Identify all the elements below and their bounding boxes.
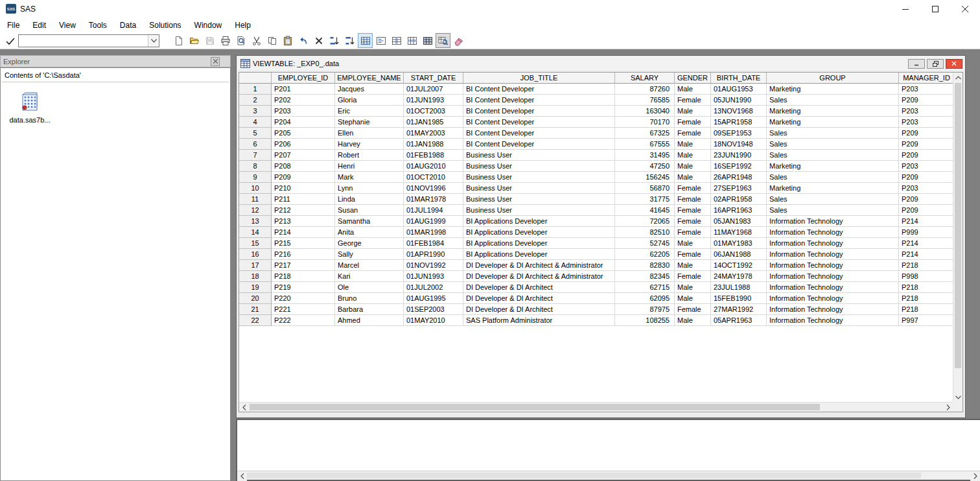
cell-gender[interactable]: Female [675, 117, 711, 128]
cell-group[interactable]: Information Technology [767, 271, 899, 282]
viewtable-close-button[interactable] [946, 59, 962, 69]
cell-group[interactable]: Sales [767, 139, 899, 150]
open-icon[interactable] [187, 33, 202, 48]
save-icon[interactable] [202, 33, 217, 48]
cell-manager_id[interactable]: P203 [899, 183, 953, 194]
cell-salary[interactable]: 82830 [615, 260, 675, 271]
column-attributes-icon[interactable] [389, 33, 404, 48]
cell-manager_id[interactable]: P998 [899, 271, 953, 282]
column-header-gender[interactable]: GENDER [675, 73, 711, 84]
cell-birth_date[interactable]: 14OCT1992 [711, 260, 767, 271]
cell-group[interactable]: Marketing [767, 183, 899, 194]
cell-start_date[interactable]: 01OCT2010 [404, 172, 463, 183]
cell-manager_id[interactable]: P209 [899, 150, 953, 161]
cell-start_date[interactable]: 01OCT2003 [404, 106, 463, 117]
bottom-scroll-thumb[interactable] [247, 473, 921, 478]
cell-gender[interactable]: Male [675, 282, 711, 293]
insert-row-icon[interactable] [404, 33, 419, 48]
cell-manager_id[interactable]: P209 [899, 95, 953, 106]
row-number[interactable]: 19 [239, 282, 272, 293]
row-number[interactable]: 8 [239, 161, 272, 172]
menu-item-file[interactable]: File [1, 19, 26, 32]
row-number[interactable]: 20 [239, 293, 272, 304]
cell-job_title[interactable]: DI Developer & DI Architect & Administra… [463, 271, 615, 282]
cell-birth_date[interactable]: 18NOV1948 [711, 139, 767, 150]
cell-employee_name[interactable]: Bruno [335, 293, 404, 304]
cell-employee_name[interactable]: Mark [335, 172, 404, 183]
cell-gender[interactable]: Male [675, 150, 711, 161]
cell-job_title[interactable]: BI Content Developer [463, 128, 615, 139]
scroll-left-icon[interactable] [239, 403, 249, 412]
cell-group[interactable]: Sales [767, 95, 899, 106]
column-header-start_date[interactable]: START_DATE [404, 73, 463, 84]
cell-job_title[interactable]: BI Applications Developer [463, 249, 615, 260]
cell-employee_id[interactable]: P215 [272, 238, 335, 249]
cell-manager_id[interactable]: P203 [899, 84, 953, 95]
cell-gender[interactable]: Female [675, 95, 711, 106]
cell-group[interactable]: Information Technology [767, 260, 899, 271]
cell-employee_name[interactable]: Jacques [335, 84, 404, 95]
cell-start_date[interactable]: 01FEB1988 [404, 150, 463, 161]
row-number[interactable]: 15 [239, 238, 272, 249]
cell-job_title[interactable]: Business User [463, 194, 615, 205]
cell-manager_id[interactable]: P218 [899, 293, 953, 304]
menu-item-window[interactable]: Window [188, 19, 229, 32]
cell-group[interactable]: Sales [767, 205, 899, 216]
cell-group[interactable]: Marketing [767, 84, 899, 95]
cut-icon[interactable] [249, 33, 264, 48]
cell-salary[interactable]: 62715 [615, 282, 675, 293]
copy-icon[interactable] [264, 33, 279, 48]
cell-employee_id[interactable]: P205 [272, 128, 335, 139]
cell-salary[interactable]: 56870 [615, 183, 675, 194]
cell-gender[interactable]: Male [675, 315, 711, 326]
viewtable-titlebar[interactable]: VIEWTABLE: _EXP0_.data [237, 56, 964, 71]
cell-birth_date[interactable]: 05JAN1983 [711, 216, 767, 227]
cell-gender[interactable]: Female [675, 249, 711, 260]
cell-employee_name[interactable]: George [335, 238, 404, 249]
scroll-up-icon[interactable] [953, 73, 963, 82]
cell-employee_name[interactable]: Samantha [335, 216, 404, 227]
cell-salary[interactable]: 62095 [615, 293, 675, 304]
cell-gender[interactable]: Male [675, 172, 711, 183]
cell-group[interactable]: Marketing [767, 106, 899, 117]
cell-birth_date[interactable]: 16SEP1992 [711, 161, 767, 172]
cell-salary[interactable]: 67555 [615, 139, 675, 150]
column-header-manager_id[interactable]: MANAGER_ID [899, 73, 953, 84]
cell-start_date[interactable]: 01FEB1984 [404, 238, 463, 249]
cell-gender[interactable]: Male [675, 84, 711, 95]
cell-salary[interactable]: 70170 [615, 117, 675, 128]
cell-employee_id[interactable]: P216 [272, 249, 335, 260]
cell-salary[interactable]: 47250 [615, 161, 675, 172]
cell-employee_id[interactable]: P217 [272, 260, 335, 271]
cell-group[interactable]: Sales [767, 172, 899, 183]
cell-employee_id[interactable]: P213 [272, 216, 335, 227]
dataset-item[interactable]: data.sas7b... [8, 91, 51, 124]
cell-employee_id[interactable]: P204 [272, 117, 335, 128]
cell-birth_date[interactable]: 01MAY1983 [711, 238, 767, 249]
cell-manager_id[interactable]: P214 [899, 216, 953, 227]
cell-start_date[interactable]: 01AUG2010 [404, 161, 463, 172]
command-input[interactable] [19, 35, 148, 47]
cell-employee_name[interactable]: Gloria [335, 95, 404, 106]
cell-employee_name[interactable]: Stephanie [335, 117, 404, 128]
cell-employee_id[interactable]: P201 [272, 84, 335, 95]
cell-job_title[interactable]: BI Content Developer [463, 117, 615, 128]
menu-item-data[interactable]: Data [113, 19, 143, 32]
cell-start_date[interactable]: 01JAN1988 [404, 139, 463, 150]
cell-employee_id[interactable]: P202 [272, 95, 335, 106]
cell-employee_name[interactable]: Eric [335, 106, 404, 117]
cell-employee_id[interactable]: P219 [272, 282, 335, 293]
cell-gender[interactable]: Female [675, 216, 711, 227]
cell-gender[interactable]: Male [675, 238, 711, 249]
cell-job_title[interactable]: BI Content Developer [463, 106, 615, 117]
cell-job_title[interactable]: SAS Platform Administrator [463, 315, 615, 326]
scroll-down-icon[interactable] [953, 392, 963, 402]
row-number[interactable]: 11 [239, 194, 272, 205]
cell-employee_name[interactable]: Lynn [335, 183, 404, 194]
cell-salary[interactable]: 163040 [615, 106, 675, 117]
cell-employee_name[interactable]: Harvey [335, 139, 404, 150]
cell-salary[interactable]: 82510 [615, 227, 675, 238]
cell-group[interactable]: Information Technology [767, 249, 899, 260]
delete-row-icon[interactable] [420, 33, 435, 48]
cell-group[interactable]: Information Technology [767, 238, 899, 249]
